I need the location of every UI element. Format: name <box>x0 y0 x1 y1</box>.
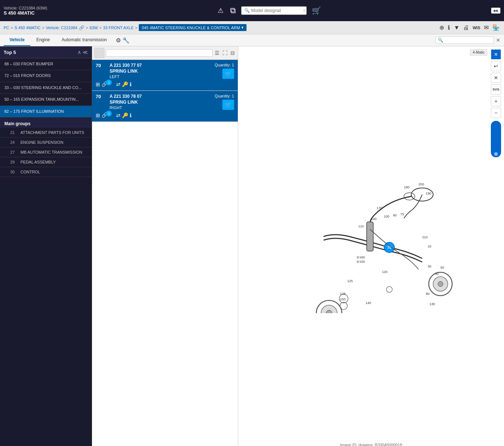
sidebar-item-top5-3[interactable]: 33 – 030 STEERING KNUCKLE AND CO... <box>0 82 92 94</box>
badge-2: 1 <box>106 111 112 116</box>
info-icon-1[interactable]: ℹ <box>130 81 131 87</box>
part-row-2-top: 70 A 221 330 78 07 SPRING LINK RIGHT Qua… <box>96 94 234 110</box>
breadcrumb-toolbar: ⊕ ℹ ▼ 🖨 WIS ✉ 🏪 <box>439 23 500 32</box>
header-right: en <box>491 8 500 14</box>
breadcrumb-front-axle[interactable]: 33 FRONT AXLE <box>103 26 134 30</box>
sidebar-item-top5-4[interactable]: 50 – 165 EXPANSION TANK,MOUNTIN... <box>0 94 92 105</box>
diagram-svg-button[interactable]: SVG <box>491 84 501 95</box>
vehicle-link-icon[interactable]: 🔗 <box>79 25 84 30</box>
breadcrumb: PC > S 450 4MATIC > Vehicle: C221084 🔗 >… <box>0 21 504 34</box>
part-pos-1: 70 <box>96 63 107 68</box>
svg-text:140: 140 <box>366 301 371 305</box>
tab-automatic-transmission[interactable]: Automatic transmission <box>56 34 113 46</box>
diagram-zoom-in-button[interactable]: + <box>491 96 501 106</box>
group-label-29: PEDAL ASSEMBLY <box>20 160 56 164</box>
svg-text:125: 125 <box>347 279 353 283</box>
diagram-history-button[interactable]: ↩ <box>491 61 501 71</box>
language-badge[interactable]: en <box>491 8 500 14</box>
key-icon-1[interactable]: 🔑 <box>122 81 128 87</box>
tabs-right: 🔍 ✕ <box>435 36 500 44</box>
svg-text:120: 120 <box>382 270 387 274</box>
parts-items: 70 A 221 330 77 07 SPRING LINK LEFT Quan… <box>92 60 238 446</box>
top-header: Vehicle: C221084 (63W) S 450 4MATIC ⚠ ⧉ … <box>0 0 504 21</box>
sidebar-group-21[interactable]: 21 ATTACHMENT PARTS FOR UNITS <box>0 128 92 138</box>
svg-text:75: 75 <box>400 212 404 216</box>
sidebar-group-27[interactable]: 27 MB AUTOMATIC TRANSMISSION <box>0 147 92 157</box>
parts-list-close-icon[interactable]: ⊟ <box>230 49 236 57</box>
qty-label-1: Quantity: 1 <box>215 63 234 67</box>
part-detail-2: RIGHT <box>110 105 212 110</box>
parts-list-view-icon[interactable]: ☰ <box>214 49 220 57</box>
diagram-svg: 70 200 180 190 170 100 90 75 100 110 210… <box>283 174 459 313</box>
group-num-24: 24 <box>10 140 18 145</box>
table-icon-1[interactable]: ⊞ <box>96 81 100 87</box>
info-icon[interactable]: ℹ <box>447 23 451 32</box>
warning-icon[interactable]: ⚠ <box>216 6 225 15</box>
breadcrumb-vehicle[interactable]: Vehicle: C221084 <box>46 26 77 30</box>
sidebar-collapse-button[interactable]: ∧ <box>77 49 81 55</box>
model-search-input[interactable] <box>251 8 302 13</box>
mail-icon[interactable]: ✉ <box>483 23 489 32</box>
chevron-down-icon: ▾ <box>241 25 244 30</box>
search-icon: 🔍 <box>244 8 250 13</box>
part-row-2[interactable]: 70 A 221 330 78 07 SPRING LINK RIGHT Qua… <box>92 91 238 122</box>
parts-list-expand-icon[interactable]: ⛶ <box>222 49 228 57</box>
parts-list-color-box <box>94 48 104 58</box>
breadcrumb-dropdown[interactable]: 045 4MATIC STEERING KNUCKLE & CONTROL AR… <box>139 24 247 31</box>
svg-text:170: 170 <box>377 206 382 210</box>
sidebar-group-24[interactable]: 24 ENGINE SUSPENSION <box>0 138 92 147</box>
diagram-scroll-indicator[interactable] <box>491 121 501 157</box>
zoom-in-icon[interactable]: ⊕ <box>439 23 445 32</box>
diagram-cross-button[interactable]: ✕ <box>491 73 501 83</box>
parts-list-search-input[interactable] <box>106 49 213 57</box>
group-num-21: 21 <box>10 130 18 135</box>
diagram-toolbar: ✕ ↩ ✕ SVG + − <box>491 49 501 157</box>
print-icon[interactable]: 🖨 <box>462 24 470 32</box>
tabs-search-input[interactable] <box>443 38 491 42</box>
tabs-bar: Vehicle Engine Automatic transmission ⚙ … <box>0 34 504 46</box>
sidebar-close-button[interactable]: ≪ <box>83 49 88 55</box>
sidebar-item-top5-5[interactable]: 82 – 175 FRONT ILLUMINATION <box>0 106 92 118</box>
diagram-svg-container: 70 200 180 190 170 100 90 75 100 110 210… <box>238 46 504 441</box>
arrows-icon-2[interactable]: ⇄ <box>116 112 121 118</box>
shop-icon[interactable]: 🏪 <box>492 23 500 32</box>
sidebar-group-29[interactable]: 29 PEDAL ASSEMBLY <box>0 157 92 167</box>
svg-text:100: 100 <box>371 217 377 221</box>
sidebar-group-30[interactable]: 30 CONTROL <box>0 167 92 177</box>
sidebar-title: Top 5 <box>4 50 16 55</box>
image-id-bar: Image ID: drawing_B33045000018 <box>238 441 504 446</box>
table-icon-2[interactable]: ⊞ <box>96 112 100 118</box>
part-qty-1: Quantity: 1 🛒 <box>215 63 234 79</box>
copy-icon[interactable]: ⧉ <box>229 5 237 16</box>
breadcrumb-model[interactable]: S 450 4MATIC <box>15 26 41 30</box>
diagram-close-button[interactable]: ✕ <box>491 49 501 59</box>
tab-engine[interactable]: Engine <box>30 34 56 46</box>
breadcrumb-63w[interactable]: 63W <box>89 26 98 30</box>
header-center: ⚠ ⧉ 🔍 ✕ 🛒 <box>216 5 322 16</box>
arrows-icon-1[interactable]: ⇄ <box>116 81 121 87</box>
cart-button-2[interactable]: 🛒 <box>222 100 234 110</box>
part-row-1[interactable]: 70 A 221 330 77 07 SPRING LINK LEFT Quan… <box>92 60 238 91</box>
vehicle-info: Vehicle: C221084 (63W) S 450 4MATIC <box>4 6 47 16</box>
tab-settings-icon[interactable]: ⚙ <box>115 36 122 45</box>
clear-search-icon: ✕ <box>302 8 307 14</box>
svg-text:210: 210 <box>422 235 428 239</box>
cart-icon[interactable]: 🛒 <box>310 5 322 16</box>
svg-text:⊘150: ⊘150 <box>356 260 365 264</box>
diagram-zoom-out-button[interactable]: − <box>491 108 501 118</box>
sidebar-item-top5-1[interactable]: 88 – 030 FRONT BUMPER <box>0 58 92 70</box>
vehicle-id: Vehicle: C221084 (63W) <box>4 6 47 10</box>
breadcrumb-pc[interactable]: PC <box>4 26 9 30</box>
key-icon-2[interactable]: 🔑 <box>122 112 128 118</box>
wis-icon[interactable]: WIS <box>472 25 481 31</box>
diagram-label: 4-Matic <box>470 49 487 55</box>
svg-text:190: 190 <box>426 192 431 195</box>
cart-button-1[interactable]: 🛒 <box>222 69 234 79</box>
tab-extra-icon[interactable]: 🔧 <box>122 36 130 45</box>
filter-icon[interactable]: ▼ <box>453 24 460 32</box>
sidebar-item-top5-2[interactable]: 72 – 015 FRONT DOORS <box>0 70 92 82</box>
info-icon-2[interactable]: ℹ <box>130 112 131 118</box>
tabs-clear-button[interactable]: ✕ <box>496 37 500 43</box>
parts-list-header: ☰ ⛶ ⊟ <box>92 46 238 60</box>
tab-vehicle[interactable]: Vehicle <box>4 34 30 46</box>
